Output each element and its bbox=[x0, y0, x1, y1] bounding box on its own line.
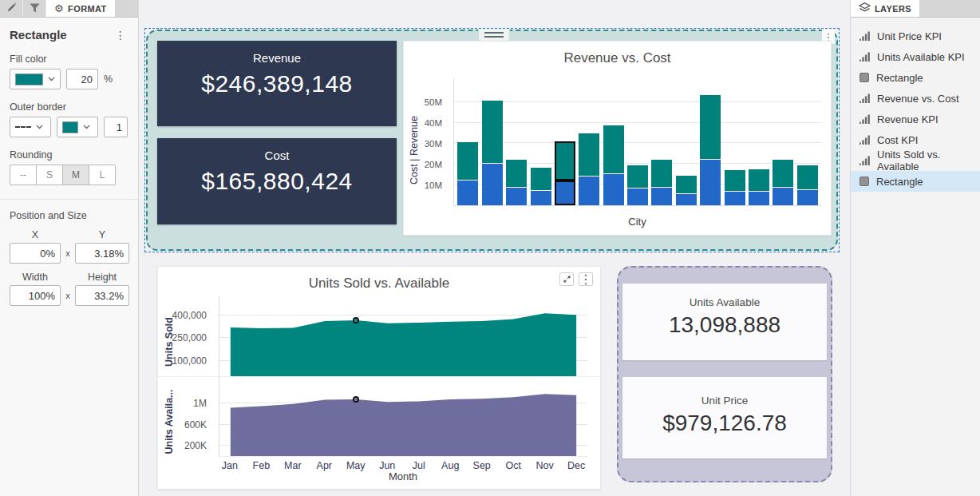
bar-segment-revenue[interactable] bbox=[627, 165, 648, 189]
tab-edit[interactable] bbox=[0, 0, 23, 17]
fill-color-swatch bbox=[15, 73, 43, 85]
bar-segment-revenue[interactable] bbox=[797, 165, 818, 190]
rounding-option-none[interactable]: -- bbox=[10, 165, 37, 185]
drag-handle[interactable] bbox=[478, 29, 510, 42]
x-tick-label: Sep bbox=[473, 460, 491, 471]
layer-item-rectangle[interactable]: Rectangle bbox=[851, 171, 980, 192]
bar-city-10[interactable] bbox=[676, 78, 697, 205]
bar-segment-cost[interactable] bbox=[482, 164, 503, 205]
bar-segment-cost[interactable] bbox=[700, 160, 721, 205]
tab-filter[interactable] bbox=[23, 0, 46, 17]
bar-segment-revenue[interactable] bbox=[555, 141, 575, 181]
bar-segment-revenue[interactable] bbox=[579, 133, 599, 177]
bar-city-6[interactable] bbox=[579, 78, 599, 205]
area-panel-1[interactable] bbox=[219, 376, 587, 456]
bar-city-11[interactable] bbox=[700, 78, 721, 205]
units-available-kpi-card[interactable]: Units Available 13,098,888 bbox=[622, 284, 827, 360]
bar-segment-revenue[interactable] bbox=[506, 160, 527, 188]
fill-opacity-input[interactable] bbox=[66, 69, 98, 89]
bar-city-1[interactable] bbox=[457, 78, 478, 205]
bar-segment-cost[interactable] bbox=[651, 188, 672, 205]
bar-segment-cost[interactable] bbox=[773, 188, 793, 205]
bar-segment-revenue[interactable] bbox=[676, 176, 697, 194]
bar-segment-revenue[interactable] bbox=[773, 160, 793, 188]
layer-item-units-sold-vs-available[interactable]: Units Sold vs. Available bbox=[851, 150, 980, 171]
bar-segment-revenue[interactable] bbox=[482, 101, 503, 164]
layer-item-unit-price-kpi[interactable]: Unit Price KPI bbox=[851, 26, 980, 46]
bar-segment-cost[interactable] bbox=[676, 194, 697, 205]
selected-point-marker[interactable] bbox=[353, 396, 359, 403]
fill-color-dropdown[interactable] bbox=[10, 69, 61, 89]
rounding-option-l[interactable]: L bbox=[89, 165, 116, 185]
bar-segment-cost[interactable] bbox=[531, 191, 551, 205]
bar-segment-cost[interactable] bbox=[506, 188, 527, 205]
cost-kpi-card[interactable]: Cost $165,880,424 bbox=[157, 138, 397, 224]
format-tab-label: FORMAT bbox=[68, 4, 107, 14]
rounding-label: Rounding bbox=[10, 149, 128, 161]
bar-segment-revenue[interactable] bbox=[749, 169, 769, 192]
selected-point-marker[interactable] bbox=[353, 317, 359, 323]
tab-format[interactable]: ⚙ FORMAT bbox=[46, 0, 115, 17]
bar-segment-cost[interactable] bbox=[603, 174, 624, 205]
bar-chart-icon bbox=[859, 156, 870, 165]
x-axis-label: Month bbox=[219, 470, 587, 482]
panel-kebab-icon[interactable]: ⋮ bbox=[113, 30, 128, 41]
bar-city-2[interactable] bbox=[482, 78, 503, 205]
bar-segment-cost[interactable] bbox=[579, 177, 599, 205]
format-panel: ⚙ FORMAT Rectangle ⋮ Fill color % Outer … bbox=[0, 0, 139, 496]
bar-city-12[interactable] bbox=[725, 78, 745, 205]
unit-price-kpi-card[interactable]: Unit Price $979,126.78 bbox=[622, 377, 827, 458]
rounding-option-s[interactable]: S bbox=[36, 165, 63, 185]
canvas-rectangle-bottom[interactable]: Units Available 13,098,888 Unit Price $9… bbox=[617, 266, 832, 482]
selected-object-title: Rectangle bbox=[10, 28, 67, 42]
bar-segment-cost[interactable] bbox=[749, 192, 769, 205]
kpi-value: $979,126.78 bbox=[622, 411, 827, 436]
bar-segment-revenue[interactable] bbox=[651, 160, 672, 188]
tab-layers[interactable]: LAYERS bbox=[851, 0, 919, 17]
border-color-dropdown[interactable] bbox=[57, 117, 98, 137]
y-label: Y bbox=[75, 229, 129, 240]
layers-tab-label: LAYERS bbox=[875, 4, 911, 14]
border-width-input[interactable] bbox=[104, 117, 128, 137]
layer-item-rectangle[interactable]: Rectangle bbox=[851, 67, 980, 88]
bar-city-3[interactable] bbox=[506, 78, 527, 205]
layer-item-units-available-kpi[interactable]: Units Available KPI bbox=[851, 46, 980, 67]
rounding-option-m[interactable]: M bbox=[62, 165, 89, 185]
revenue-kpi-card[interactable]: Revenue $246,389,148 bbox=[157, 41, 397, 126]
bar-city-13[interactable] bbox=[749, 78, 769, 205]
bar-city-5[interactable] bbox=[555, 78, 575, 205]
bar-segment-cost[interactable] bbox=[555, 181, 575, 205]
position-x-input[interactable] bbox=[10, 243, 61, 264]
revenue-vs-cost-chart[interactable]: Revenue vs. Cost Cost | Revenue 10M20M30… bbox=[403, 41, 832, 236]
area-panel-0[interactable] bbox=[219, 296, 587, 376]
size-width-input[interactable] bbox=[10, 285, 61, 306]
bar-city-7[interactable] bbox=[603, 78, 624, 205]
bar-city-4[interactable] bbox=[531, 78, 551, 205]
bar-city-15[interactable] bbox=[797, 78, 818, 205]
bar-segment-revenue[interactable] bbox=[531, 168, 551, 190]
dashed-line-icon bbox=[15, 126, 31, 128]
size-height-input[interactable] bbox=[75, 285, 129, 306]
layer-item-cost-kpi[interactable]: Cost KPI bbox=[851, 129, 980, 150]
kpi-label: Units Available bbox=[622, 296, 827, 308]
bar-segment-revenue[interactable] bbox=[457, 142, 478, 181]
bar-city-8[interactable] bbox=[627, 78, 648, 205]
bar-chart-icon bbox=[859, 52, 870, 62]
position-y-input[interactable] bbox=[75, 243, 129, 264]
expand-icon[interactable] bbox=[559, 272, 574, 286]
border-style-dropdown[interactable] bbox=[10, 117, 51, 137]
bar-segment-cost[interactable] bbox=[627, 188, 648, 205]
units-sold-vs-available-chart[interactable]: Units Sold vs. Available ⋮ Units Sold Un… bbox=[157, 266, 601, 490]
bar-city-9[interactable] bbox=[651, 78, 672, 205]
layer-item-revenue-vs-cost[interactable]: Revenue vs. Cost bbox=[851, 88, 980, 109]
bar-city-14[interactable] bbox=[773, 78, 793, 205]
bar-segment-revenue[interactable] bbox=[603, 125, 624, 174]
bar-segment-cost[interactable] bbox=[725, 192, 745, 205]
bar-segment-cost[interactable] bbox=[797, 190, 818, 205]
layer-item-revenue-kpi[interactable]: Revenue KPI bbox=[851, 109, 980, 129]
bar-segment-revenue[interactable] bbox=[725, 170, 745, 192]
bar-segment-cost[interactable] bbox=[457, 181, 478, 205]
bar-segment-revenue[interactable] bbox=[700, 95, 721, 160]
chart-kebab-icon[interactable]: ⋮ bbox=[579, 272, 593, 286]
position-size-label: Position and Size bbox=[10, 210, 128, 221]
